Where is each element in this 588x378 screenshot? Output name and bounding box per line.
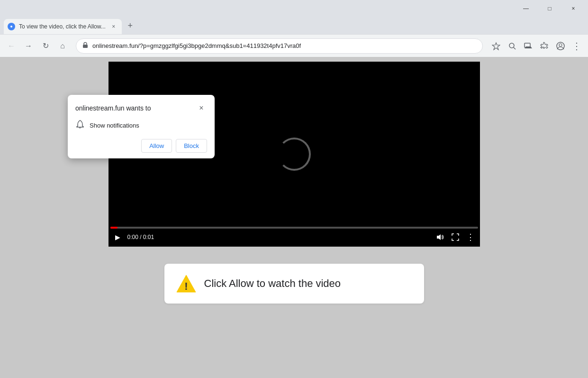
active-tab[interactable]: To view the video, click the Allow... ×: [4, 19, 122, 34]
allow-button[interactable]: Allow: [141, 139, 172, 153]
page-content: onlinestream.fun wants to × Show notific…: [0, 57, 588, 378]
time-display: 0:00 / 0:01: [127, 234, 154, 240]
reload-button[interactable]: ↻: [38, 38, 53, 54]
title-bar: — □ ×: [0, 0, 588, 17]
tab-favicon: [8, 23, 15, 30]
bookmark-button[interactable]: [488, 38, 504, 54]
window-controls: — □ ×: [515, 1, 584, 16]
profile-button[interactable]: [553, 38, 568, 54]
tab-close-button[interactable]: ×: [109, 22, 118, 31]
back-button[interactable]: ←: [4, 38, 19, 54]
tabs-bar: To view the video, click the Allow... × …: [0, 17, 588, 34]
progress-bar[interactable]: [110, 227, 478, 229]
mute-button[interactable]: [434, 231, 446, 243]
svg-point-8: [559, 44, 562, 46]
browser-window: — □ × To view the video, click the Allow…: [0, 0, 588, 378]
close-button[interactable]: ×: [562, 1, 584, 16]
svg-marker-9: [437, 234, 441, 240]
block-button[interactable]: Block: [176, 139, 207, 153]
minimize-button[interactable]: —: [515, 1, 537, 16]
home-button[interactable]: ⌂: [55, 38, 70, 54]
warning-icon: !: [176, 273, 197, 294]
maximize-button[interactable]: □: [539, 1, 561, 16]
svg-text:!: !: [184, 280, 188, 292]
url-text: onlinestream.fun/?p=gmzggzlfgi5gi3bpge2d…: [92, 42, 477, 49]
popup-buttons: Allow Block: [75, 139, 207, 153]
zoom-button[interactable]: [505, 38, 520, 54]
fullscreen-button[interactable]: [450, 231, 461, 243]
controls-row: ▶ 0:00 / 0:01: [109, 231, 480, 243]
new-tab-button[interactable]: +: [124, 19, 137, 32]
svg-point-4: [509, 43, 514, 48]
toolbar: ← → ↻ ⌂ onlinestream.fun/?p=gmzggzlfgi5g…: [0, 34, 588, 57]
forward-button[interactable]: →: [21, 38, 36, 54]
svg-point-1: [10, 26, 12, 28]
extensions-button[interactable]: [537, 38, 552, 54]
play-button[interactable]: ▶: [112, 231, 124, 243]
loading-spinner: [278, 138, 311, 171]
progress-fill: [110, 227, 118, 229]
svg-rect-2: [83, 45, 88, 48]
bell-icon: [75, 120, 85, 131]
popup-close-button[interactable]: ×: [196, 102, 207, 114]
popup-header: onlinestream.fun wants to ×: [75, 102, 207, 114]
warning-message: Click Allow to watch the video: [204, 277, 341, 290]
video-controls: ▶ 0:00 / 0:01: [109, 220, 480, 247]
warning-box: ! Click Allow to watch the video: [164, 264, 424, 304]
tab-title: To view the video, click the Allow...: [19, 23, 106, 30]
popup-title: onlinestream.fun wants to: [75, 104, 151, 112]
svg-line-5: [514, 47, 516, 49]
popup-permission-row: Show notifications: [75, 120, 207, 131]
cast-button[interactable]: [521, 38, 536, 54]
menu-button[interactable]: ⋮: [569, 38, 584, 54]
toolbar-right: ⋮: [488, 38, 584, 54]
svg-marker-3: [492, 43, 500, 50]
lock-icon: [82, 42, 89, 50]
permission-popup: onlinestream.fun wants to × Show notific…: [68, 95, 215, 158]
more-options-button[interactable]: ⋮: [465, 231, 476, 243]
permission-label: Show notifications: [90, 122, 139, 129]
address-bar[interactable]: onlinestream.fun/?p=gmzggzlfgi5gi3bpge2d…: [76, 38, 483, 54]
